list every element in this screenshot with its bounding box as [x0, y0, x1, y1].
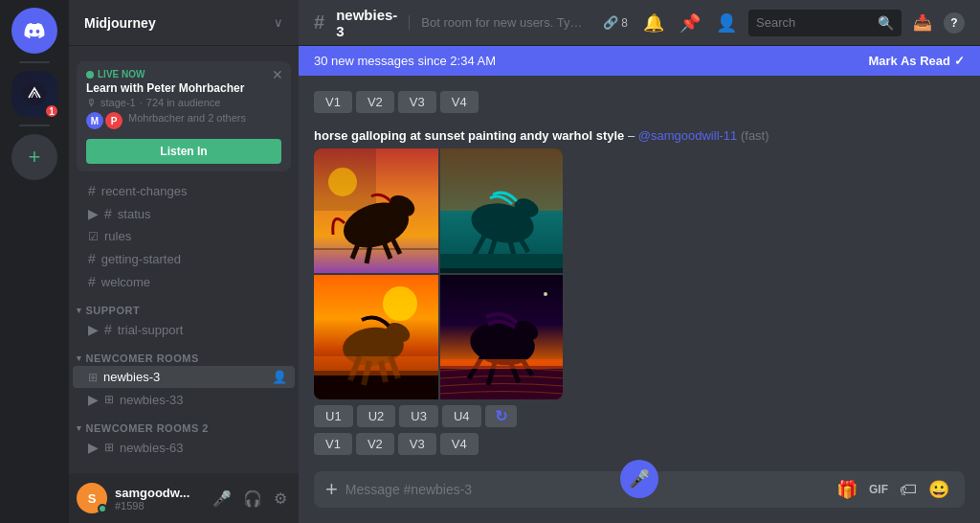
channel-name-trial-support: trial-support: [118, 323, 287, 337]
settings-button[interactable]: ⚙: [270, 486, 291, 512]
headphones-button[interactable]: 🎧: [239, 486, 266, 512]
v4-button-top[interactable]: V4: [440, 91, 479, 113]
version-buttons-bottom: V1 V2 V3 V4: [314, 433, 965, 455]
channel-name-newbies-63: newbies-63: [120, 441, 287, 455]
channel-item-status[interactable]: ▶ # status: [73, 202, 295, 225]
channel-item-welcome[interactable]: # welcome: [73, 270, 295, 293]
channel-name-rules: rules: [104, 229, 287, 243]
v1-button-top[interactable]: V1: [314, 91, 352, 113]
sticker-button[interactable]: 🏷: [896, 475, 921, 504]
v3-button-bot[interactable]: V3: [398, 433, 436, 455]
server-icon-add[interactable]: +: [11, 134, 57, 180]
server-header[interactable]: Midjourney ∨: [69, 0, 299, 46]
help-button[interactable]: ?: [944, 12, 965, 34]
checkmark-icon: ✓: [954, 54, 965, 68]
action-buttons-u: U1 U2 U3 U4 ↻: [314, 405, 563, 427]
channel-name-status: status: [118, 207, 287, 221]
image-canvas-3: [314, 275, 438, 399]
version-buttons-top: V1 V2 V3 V4: [314, 91, 965, 113]
v1-button-bot[interactable]: V1: [314, 433, 352, 455]
bell-button[interactable]: 🔔: [639, 9, 668, 37]
add-member-button[interactable]: 👤: [712, 9, 741, 37]
channel-item-trial-support[interactable]: ▶ # trial-support: [73, 318, 295, 341]
channel-name-newbies-3: newbies-3: [103, 370, 266, 384]
grid-icon-n3: ⊞: [88, 371, 98, 384]
hash-icon-ts: #: [104, 322, 112, 337]
header-actions: 🔗 8 🔔 📌 👤 🔍 📥 ?: [599, 9, 965, 37]
audience-count: 724 in audience: [146, 97, 221, 108]
server-name: Midjourney: [84, 15, 156, 31]
server-icon-midjourney[interactable]: 1: [11, 71, 57, 117]
u4-button[interactable]: U4: [442, 405, 481, 427]
u2-button[interactable]: U2: [357, 405, 396, 427]
channel-name-getting-started: getting-started: [101, 252, 287, 266]
search-input[interactable]: [756, 15, 872, 30]
channel-name: recent-changes: [101, 184, 287, 198]
image-cell-3: [314, 275, 438, 399]
channel-name-welcome: welcome: [101, 275, 287, 289]
prompt-text: horse galloping at sunset painting andy …: [314, 128, 624, 143]
channel-item-newbies-33[interactable]: ▶ ⊞ newbies-33: [73, 388, 295, 411]
hash-icon-welcome: #: [88, 274, 96, 289]
inbox-button[interactable]: 📥: [909, 10, 936, 35]
user-info: samgoodw... #1598: [115, 486, 201, 512]
gift-button[interactable]: 🎁: [833, 475, 861, 504]
separator: –: [628, 128, 638, 143]
live-banner: LIVE NOW ✕ Learn with Peter Mohrbacher 🎙…: [77, 61, 291, 171]
mark-as-read-button[interactable]: Mark As Read ✓: [869, 54, 966, 68]
add-attachment-button[interactable]: +: [325, 473, 338, 506]
server-divider: [19, 61, 50, 63]
stage-label: stage-1: [100, 97, 136, 108]
v2-button-top[interactable]: V2: [356, 91, 394, 113]
u3-button[interactable]: U3: [399, 405, 438, 427]
channel-sidebar: Midjourney ∨ LIVE NOW ✕ Learn with Peter…: [69, 0, 299, 523]
collapse-icon-ts: ▶: [88, 322, 99, 337]
refresh-button[interactable]: ↻: [485, 405, 517, 427]
grid-icon-n33: ⊞: [104, 393, 114, 406]
new-messages-banner: 30 new messages since 2:34 AM Mark As Re…: [299, 46, 980, 76]
message-input[interactable]: [345, 471, 825, 508]
user-bar: S samgoodw... #1598 🎤 🎧 ⚙: [69, 473, 299, 523]
live-avatars: M P Mohrbacher and 2 others: [86, 112, 281, 129]
channel-header: # newbies-3 Bot room for new users. Type…: [299, 0, 980, 46]
main-content: # newbies-3 Bot room for new users. Type…: [299, 0, 980, 523]
category-arrow-nr: ▾: [77, 353, 82, 363]
new-messages-text: 30 new messages since 2:34 AM: [314, 54, 496, 68]
channel-item-recent-changes[interactable]: # recent-changes: [73, 179, 295, 202]
live-close-button[interactable]: ✕: [272, 67, 283, 82]
server-arrow-icon: ∨: [274, 15, 283, 30]
hash-icon-status: #: [104, 206, 112, 221]
add-user-icon[interactable]: 👤: [272, 370, 287, 384]
mic-button[interactable]: 🎤: [209, 486, 235, 512]
image-canvas-2: [440, 148, 563, 273]
channel-item-newbies-3[interactable]: ⊞ newbies-3 👤: [73, 366, 295, 388]
thread-count: 8: [621, 16, 628, 30]
thread-count-button[interactable]: 🔗 8: [599, 11, 632, 34]
category-support[interactable]: ▾ SUPPORT: [69, 301, 299, 318]
live-badge: LIVE NOW: [86, 69, 281, 80]
channel-item-getting-started[interactable]: # getting-started: [73, 247, 295, 270]
mic-overlay-button[interactable]: 🎤: [620, 460, 658, 498]
u1-button[interactable]: U1: [314, 405, 353, 427]
emoji-button[interactable]: 😀: [924, 475, 953, 504]
channel-item-newbies-63[interactable]: ▶ ⊞ newbies-63: [73, 436, 295, 459]
grid-icon-n63: ⊞: [104, 441, 114, 454]
image-cell-1: [314, 148, 438, 273]
channel-header-name: newbies-3: [336, 7, 397, 39]
server-icon-discord-home[interactable]: [11, 8, 57, 54]
message-input-area: + 🎁 GIF 🏷 😀 🎤: [299, 464, 980, 523]
channel-item-rules[interactable]: ☑ rules: [73, 225, 295, 247]
dot-separator: ·: [140, 97, 143, 108]
header-search[interactable]: 🔍: [748, 10, 902, 36]
category-newcomer-rooms-2[interactable]: ▾ NEWCOMER ROOMS 2: [69, 419, 299, 436]
hash-icon: #: [88, 183, 96, 198]
v3-button-top[interactable]: V3: [398, 91, 436, 113]
category-arrow-support: ▾: [77, 306, 82, 315]
category-newcomer-rooms[interactable]: ▾ NEWCOMER ROOMS: [69, 349, 299, 366]
pin-button[interactable]: 📌: [676, 9, 704, 37]
listen-in-button[interactable]: Listen In: [86, 139, 281, 164]
v4-button-bot[interactable]: V4: [440, 433, 479, 455]
v2-button-bot[interactable]: V2: [356, 433, 394, 455]
gif-button[interactable]: GIF: [865, 475, 892, 504]
channel-hash-icon: #: [314, 11, 324, 34]
